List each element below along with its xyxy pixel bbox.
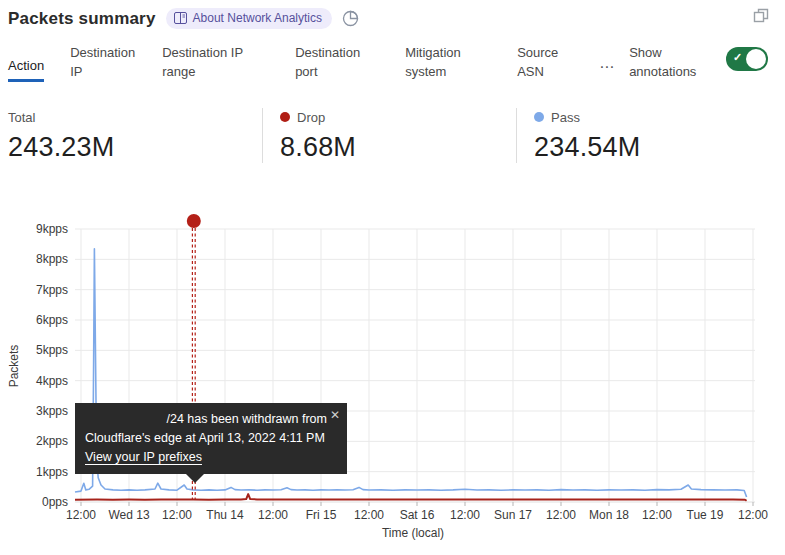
annotation-tooltip: ✕ /24 has been withdrawn from Cloudflare…	[75, 403, 347, 474]
close-icon[interactable]: ✕	[330, 406, 340, 424]
stat-drop-label: Drop	[297, 110, 325, 125]
packets-time-series-chart: 0pps1kpps2kpps3kpps4kpps5kpps6kpps7kpps8…	[0, 205, 785, 555]
x-tick-label: 12:00	[546, 508, 576, 522]
x-tick-label: 12:00	[162, 508, 192, 522]
y-axis-title: Packets	[7, 345, 21, 388]
y-tick-label: 2kpps	[36, 434, 68, 448]
dimension-tabs: Action Destination IP Destination IP ran…	[8, 44, 711, 82]
x-tick-label: 12:00	[258, 508, 288, 522]
tab-destination-port[interactable]: Destination port	[295, 44, 379, 82]
more-tabs-icon[interactable]: ⋯	[599, 58, 615, 76]
about-network-analytics-badge[interactable]: About Network Analytics	[166, 8, 332, 29]
panel-header: Packets summary About Network Analytics	[8, 8, 359, 29]
tab-action[interactable]: Action	[8, 57, 44, 82]
x-tick-label: 12:00	[738, 508, 768, 522]
tooltip-text-line1: /24 has been withdrawn from	[85, 410, 335, 429]
x-tick-label: 12:00	[450, 508, 480, 522]
x-tick-label: Fri 15	[306, 508, 337, 522]
x-tick-label: Wed 13	[108, 508, 149, 522]
y-tick-label: 8kpps	[36, 252, 68, 266]
book-icon	[174, 12, 187, 24]
x-tick-label: Mon 18	[589, 508, 629, 522]
x-tick-label: Tue 19	[687, 508, 724, 522]
pass-legend-dot	[534, 112, 544, 122]
drop-line	[75, 494, 747, 501]
stat-total-value: 243.23M	[8, 132, 262, 163]
stat-total: Total 243.23M	[8, 108, 262, 163]
x-tick-label: 12:00	[354, 508, 384, 522]
y-tick-label: 9kpps	[36, 222, 68, 236]
check-icon: ✓	[733, 51, 742, 64]
x-tick-label: Sat 16	[400, 508, 435, 522]
tab-mitigation-system[interactable]: Mitigation system	[405, 44, 491, 82]
drop-legend-dot	[280, 112, 290, 122]
toggle-knob	[746, 49, 766, 69]
x-tick-label: 12:00	[642, 508, 672, 522]
show-annotations-label: Show annotations	[629, 44, 711, 82]
stat-pass-value: 234.54M	[534, 132, 770, 163]
view-ip-prefixes-link[interactable]: View your IP prefixes	[85, 450, 202, 464]
stat-total-label: Total	[8, 110, 35, 125]
tab-destination-ip[interactable]: Destination IP	[70, 44, 136, 82]
y-tick-label: 6kpps	[36, 313, 68, 327]
stat-drop: Drop 8.68M	[262, 108, 516, 163]
x-tick-label: Thu 14	[206, 508, 244, 522]
x-axis-title: Time (local)	[382, 526, 444, 540]
stat-drop-value: 8.68M	[280, 132, 516, 163]
tooltip-arrow	[186, 474, 204, 483]
y-tick-label: 7kpps	[36, 283, 68, 297]
x-tick-label: Sun 17	[494, 508, 532, 522]
x-tick-label: 12:00	[66, 508, 96, 522]
packets-summary-panel: Packets summary About Network Analytics …	[0, 0, 785, 555]
pie-chart-icon[interactable]	[342, 10, 359, 27]
tooltip-text-line2: Cloudflare's edge at April 13, 2022 4:11…	[85, 429, 335, 448]
stats-row: Total 243.23M Drop 8.68M Pass 234.54M	[8, 108, 770, 163]
y-tick-label: 5kpps	[36, 343, 68, 357]
annotation-marker-dot[interactable]	[187, 214, 201, 228]
y-tick-label: 0pps	[42, 495, 68, 509]
stat-pass-label: Pass	[551, 110, 580, 125]
show-annotations-toggle[interactable]: ✓	[726, 47, 768, 71]
about-badge-label: About Network Analytics	[193, 11, 322, 25]
popout-icon[interactable]	[753, 8, 769, 24]
page-title: Packets summary	[8, 9, 156, 29]
tab-destination-ip-range[interactable]: Destination IP range	[162, 44, 269, 82]
y-tick-label: 4kpps	[36, 374, 68, 388]
tab-source-asn[interactable]: Source ASN	[517, 44, 573, 82]
y-tick-label: 1kpps	[36, 465, 68, 479]
stat-pass: Pass 234.54M	[516, 108, 770, 163]
y-tick-label: 3kpps	[36, 404, 68, 418]
